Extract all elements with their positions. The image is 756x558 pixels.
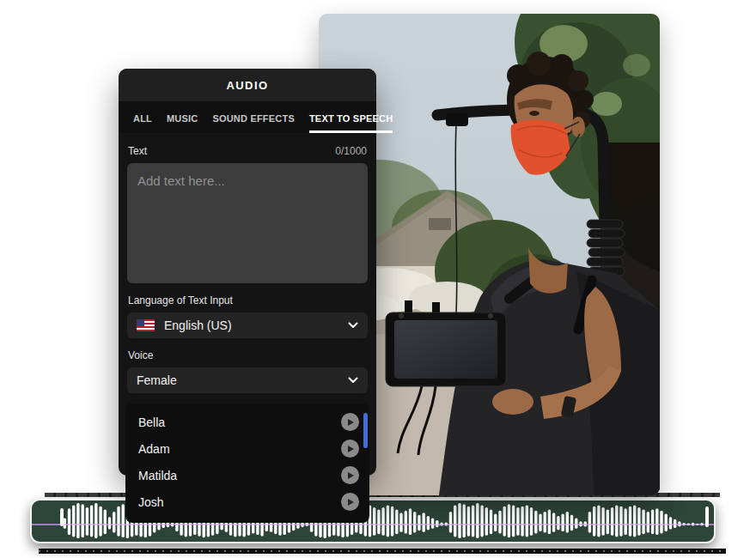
tab-text-to-speech[interactable]: TEXT TO SPEECH <box>309 101 393 133</box>
play-voice-button[interactable] <box>341 493 359 511</box>
play-voice-button[interactable] <box>341 466 359 484</box>
voice-option-adam[interactable]: Adam <box>125 435 369 462</box>
voice-option-matilda[interactable]: Matilda <box>125 462 369 488</box>
voice-option-label: Josh <box>138 495 164 509</box>
voice-list-scrollbar[interactable] <box>363 413 368 448</box>
chevron-down-icon <box>348 377 358 384</box>
voice-option-josh[interactable]: Josh <box>125 488 369 515</box>
us-flag-icon <box>137 319 155 331</box>
panel-body: Text 0/1000 Language of Text Input Engli… <box>119 133 376 523</box>
clip-end-marker[interactable] <box>705 506 709 527</box>
voice-selected-value: Female <box>137 373 177 387</box>
play-voice-button[interactable] <box>341 413 359 431</box>
play-voice-button[interactable] <box>341 440 359 458</box>
text-label: Text <box>128 145 147 157</box>
chevron-down-icon <box>348 322 358 329</box>
panel-title: AUDIO <box>119 69 376 101</box>
tab-sound-effects[interactable]: SOUND EFFECTS <box>212 101 295 133</box>
audio-panel: AUDIO ALL MUSIC SOUND EFFECTS TEXT TO SP… <box>119 69 376 476</box>
clip-start-marker[interactable] <box>60 508 64 526</box>
voice-option-bella[interactable]: Bella <box>125 409 369 435</box>
tab-all[interactable]: ALL <box>133 101 152 133</box>
voice-select[interactable]: Female <box>127 367 368 393</box>
language-label: Language of Text Input <box>128 294 367 306</box>
timeline-lane-bottom <box>39 549 726 554</box>
play-icon <box>348 472 354 479</box>
waveform-center-line-overlay <box>32 524 714 525</box>
tts-text-input[interactable] <box>127 163 368 283</box>
play-icon <box>348 499 354 506</box>
voice-option-label: Bella <box>138 415 165 429</box>
voice-label: Voice <box>128 349 367 361</box>
voice-option-label: Matilda <box>138 469 177 482</box>
tab-music[interactable]: MUSIC <box>167 101 198 133</box>
char-counter: 0/1000 <box>335 145 367 157</box>
play-icon <box>348 419 354 426</box>
play-icon <box>348 446 354 452</box>
tab-bar: ALL MUSIC SOUND EFFECTS TEXT TO SPEECH <box>119 101 376 133</box>
language-select[interactable]: English (US) <box>127 312 368 338</box>
language-selected-value: English (US) <box>164 318 232 332</box>
voice-option-label: Adam <box>138 442 170 456</box>
voice-options-list: Bella Adam Matilda Josh <box>125 403 369 523</box>
